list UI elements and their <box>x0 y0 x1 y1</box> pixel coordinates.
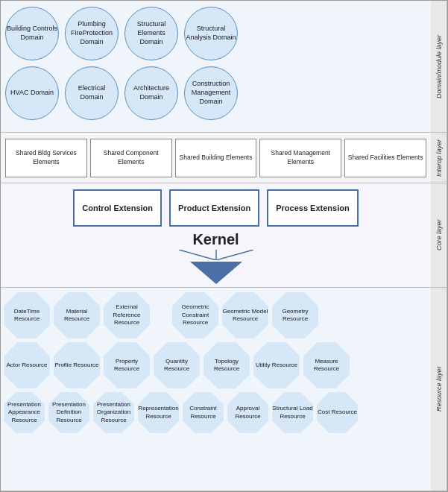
kernel-triangle-icon <box>190 262 242 284</box>
topology-resource: Topology Resource <box>204 342 250 388</box>
kernel-connector <box>164 250 268 260</box>
shared-facilities-elements: Shared Facilities Elements <box>344 139 426 177</box>
architecture-diagram: Building Controls Domain Plumbing FirePr… <box>0 0 448 492</box>
structural-load-resource: Structural Load Resource <box>272 392 313 433</box>
structural-elements-domain: Structural Elements Domain <box>124 7 178 60</box>
geometric-model-resource: Geometric Model Resource <box>222 292 268 338</box>
resource-layer-label: Resource layer <box>431 288 447 491</box>
structural-analysis-domain: Structural Analysis Domain <box>184 7 238 60</box>
measure-resource: Measure Resource <box>303 342 350 388</box>
datetime-resource: DateTime Resource <box>4 292 50 338</box>
core-layer-label: Core layer <box>431 183 447 287</box>
kernel-section: Kernel <box>164 231 268 284</box>
building-controls-domain: Building Controls Domain <box>5 7 59 60</box>
interop-layer-content: Shared Bldg Services Elements Shared Com… <box>1 133 431 183</box>
profile-resource: Profile Resource <box>54 342 100 388</box>
external-reference-resource: External Reference Resource <box>104 292 150 338</box>
shared-management-elements: Shared Management Elements <box>259 139 341 177</box>
shared-building-elements: Shared Building Elements <box>175 139 257 177</box>
quantity-resource: Quantity Resource <box>154 342 200 388</box>
hvac-domain: HVAC Domain <box>5 66 59 120</box>
resource-layer: DateTime Resource Material Resource Exte… <box>1 288 447 491</box>
interop-layer-label: Interop layer <box>431 133 447 183</box>
svg-line-2 <box>216 250 253 260</box>
domain-layer-label: Domain/module layer <box>431 1 447 132</box>
presentation-organization-resource: Presentation Organization Resource <box>93 392 134 433</box>
cost-resource: Cost Resource <box>317 392 358 433</box>
utility-resource: Utility Resource <box>253 342 300 388</box>
domain-layer-content: Building Controls Domain Plumbing FirePr… <box>1 1 431 132</box>
geometry-resource: Geometry Resource <box>272 292 318 338</box>
interop-layer: Shared Bldg Services Elements Shared Com… <box>1 133 447 183</box>
electrical-domain: Electrical Domain <box>65 66 119 120</box>
resource-layer-content: DateTime Resource Material Resource Exte… <box>1 288 431 491</box>
svg-line-0 <box>179 250 216 260</box>
geometric-constraint-resource: Geometric Constraint Resource <box>172 292 218 338</box>
shared-bldg-services: Shared Bldg Services Elements <box>5 139 87 177</box>
approval-resource: Approval Resource <box>227 392 268 433</box>
presentation-definition-resource: Presentation Definition Resource <box>48 392 89 433</box>
plumbing-fire-domain: Plumbing FireProtection Domain <box>65 7 119 60</box>
resource-row-3: Presentation Appearance Resource Present… <box>4 392 428 433</box>
material-resource: Material Resource <box>54 292 100 338</box>
kernel-label: Kernel <box>192 231 239 248</box>
architecture-domain: Architecture Domain <box>124 66 178 120</box>
process-extension-box: Process Extension <box>267 189 358 227</box>
resource-row-1: DateTime Resource Material Resource Exte… <box>4 292 428 338</box>
product-extension-box: Product Extension <box>169 189 259 227</box>
actor-resource: Actor Resource <box>4 342 50 388</box>
shared-component-elements: Shared Component Elements <box>90 139 172 177</box>
domain-row-1: Building Controls Domain Plumbing FirePr… <box>5 7 426 60</box>
core-layer-content: Control Extension Product Extension Proc… <box>1 183 431 287</box>
representation-resource: Representation Resource <box>138 392 179 433</box>
gap-spacer <box>154 292 168 338</box>
property-resource: Property Resource <box>104 342 150 388</box>
resource-row-2: Actor Resource Profile Resource Property… <box>4 342 428 388</box>
domain-row-2: HVAC Domain Electrical Domain Architectu… <box>5 66 426 120</box>
construction-management-domain: Construction Management Domain <box>184 66 238 120</box>
control-extension-box: Control Extension <box>73 189 162 227</box>
core-extension-boxes: Control Extension Product Extension Proc… <box>73 189 358 227</box>
domain-layer: Building Controls Domain Plumbing FirePr… <box>1 1 447 133</box>
constraint-resource: Constraint Resource <box>183 392 224 433</box>
presentation-appearance-resource: Presentation Appearance Resource <box>4 392 45 433</box>
core-layer: Control Extension Product Extension Proc… <box>1 183 447 288</box>
